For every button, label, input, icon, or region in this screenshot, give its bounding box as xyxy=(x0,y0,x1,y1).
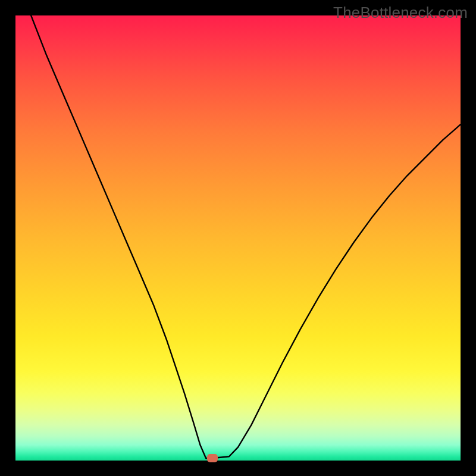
minimum-marker xyxy=(207,454,218,462)
bottleneck-curve xyxy=(15,15,461,461)
curve-path xyxy=(31,15,461,458)
watermark-text: TheBottleneck.com xyxy=(333,4,468,22)
chart-area xyxy=(15,15,461,461)
